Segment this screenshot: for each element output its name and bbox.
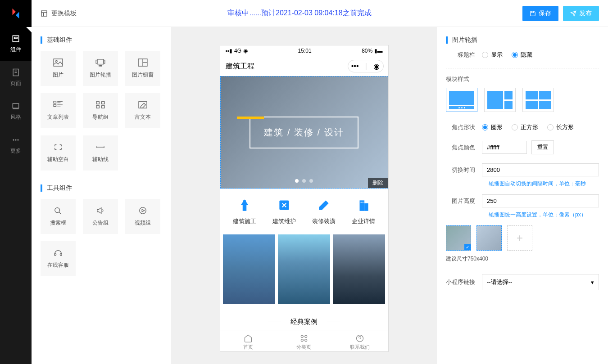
- battery-icon: ▮▬: [374, 48, 383, 54]
- switch-time-input[interactable]: [482, 163, 599, 176]
- properties-panel: 图片轮播 标题栏 显示 隐藏 模块样式 焦点形状: [437, 27, 608, 364]
- svg-rect-25: [54, 101, 56, 103]
- carousel-indicator: [295, 179, 313, 183]
- image-icon: [53, 58, 63, 67]
- svg-rect-5: [13, 103, 18, 108]
- style-option-1[interactable]: [446, 88, 477, 112]
- list-icon: [53, 101, 63, 109]
- nav-rail: 组件 页面 风格 更多: [0, 0, 32, 364]
- phone-title: 建筑工程: [226, 62, 254, 71]
- template-icon: [41, 10, 48, 17]
- delete-module-button[interactable]: 删除: [368, 178, 388, 188]
- comp-image[interactable]: 图片: [41, 51, 76, 86]
- props-title: 图片轮播: [446, 36, 599, 44]
- comp-search[interactable]: 搜索框: [41, 199, 76, 234]
- svg-point-8: [15, 139, 16, 140]
- svg-point-20: [100, 65, 101, 66]
- publish-icon: [570, 10, 576, 17]
- phone-status-bar: ▪▪▮ 4G ◉ 15:01 80% ▮▬: [220, 45, 388, 56]
- svg-rect-43: [60, 253, 62, 255]
- publish-button[interactable]: 发布: [563, 6, 599, 21]
- img-height-hint: 轮播图统一高度设置，单位：像素（px）: [489, 211, 599, 219]
- notice-icon: [95, 207, 105, 215]
- svg-rect-18: [104, 60, 105, 63]
- switch-template-button[interactable]: 更换模板: [41, 9, 77, 18]
- comp-blank[interactable]: 辅助空白: [41, 135, 76, 171]
- nav-more[interactable]: 更多: [0, 128, 32, 162]
- capsule-menu[interactable]: •••|◉: [348, 60, 384, 72]
- img-height-input[interactable]: [482, 194, 599, 207]
- svg-rect-13: [531, 11, 534, 13]
- carousel-icon: [95, 58, 105, 67]
- tab-category[interactable]: 分类页: [276, 334, 332, 351]
- tab-home[interactable]: 首页: [220, 334, 276, 351]
- save-icon: [530, 10, 536, 17]
- svg-rect-31: [96, 101, 99, 103]
- carousel-thumb-1[interactable]: ✓: [446, 225, 471, 251]
- comp-window[interactable]: 图片橱窗: [125, 51, 160, 86]
- svg-rect-33: [96, 105, 99, 108]
- module-style-label: 模块样式: [446, 75, 599, 83]
- svg-point-54: [357, 335, 363, 342]
- contact-icon: [355, 334, 364, 343]
- style-option-3[interactable]: [522, 88, 554, 112]
- phone-title-bar: 建筑工程 •••|◉: [220, 56, 388, 76]
- showcase-image: [333, 234, 385, 304]
- chevron-down-icon: ▾: [591, 279, 594, 286]
- link-label: 小程序链接: [446, 278, 482, 286]
- components-icon: [11, 34, 20, 43]
- category-icon: [299, 334, 309, 343]
- search-icon: [53, 207, 63, 215]
- navgroup-icon: [95, 101, 105, 109]
- comp-service[interactable]: 在线客服: [41, 241, 76, 276]
- radio-circle[interactable]: 圆形: [482, 123, 503, 131]
- link-select[interactable]: --请选择--▾: [482, 274, 599, 290]
- comp-carousel[interactable]: 图片轮播: [83, 51, 118, 86]
- image-row[interactable]: [220, 234, 388, 311]
- add-image-button[interactable]: +: [507, 225, 532, 251]
- svg-point-52: [301, 339, 303, 342]
- radio-show[interactable]: 显示: [482, 51, 503, 59]
- video-icon: [138, 207, 148, 215]
- svg-point-39: [55, 207, 60, 212]
- window-icon: [138, 58, 148, 67]
- nav-grid[interactable]: 建筑施工 建筑维护 装修装潢 企业详情: [220, 189, 388, 234]
- color-input[interactable]: [482, 141, 527, 154]
- style-icon: [11, 102, 20, 111]
- nav-components[interactable]: 组件: [0, 27, 32, 61]
- radio-rect[interactable]: 长方形: [547, 123, 574, 131]
- pages-icon: [11, 68, 20, 77]
- comp-nav-group[interactable]: 导航组: [83, 93, 118, 128]
- tools-section-title: 工具组件: [41, 184, 162, 192]
- radio-hide[interactable]: 隐藏: [512, 51, 532, 59]
- phone-time: 15:01: [298, 48, 312, 54]
- tab-contact[interactable]: 联系我们: [332, 334, 388, 351]
- logo: [0, 0, 32, 27]
- comp-rich-text[interactable]: 富文本: [125, 93, 160, 128]
- style-option-2[interactable]: [484, 88, 516, 112]
- svg-line-40: [59, 212, 61, 214]
- carousel-thumb-2[interactable]: [476, 225, 502, 251]
- carousel-module[interactable]: 建筑 / 装修 / 设计 删除: [220, 76, 388, 189]
- comp-video[interactable]: 视频组: [125, 199, 160, 234]
- nav-pages[interactable]: 页面: [0, 61, 32, 94]
- comp-notice[interactable]: 公告组: [83, 199, 118, 234]
- svg-rect-1: [14, 37, 18, 39]
- section-heading: 经典案例: [220, 311, 388, 331]
- svg-point-51: [305, 335, 307, 337]
- comp-line[interactable]: 辅助线: [83, 135, 118, 171]
- company-icon: [356, 198, 371, 213]
- svg-point-50: [301, 335, 303, 337]
- nav-style[interactable]: 风格: [0, 94, 32, 128]
- save-button[interactable]: 保存: [522, 6, 558, 21]
- line-icon: [95, 143, 105, 151]
- preview-area: ▪▪▮ 4G ◉ 15:01 80% ▮▬ 建筑工程 •••|◉ 建筑 / 装修…: [171, 27, 437, 364]
- reset-button[interactable]: 重置: [531, 140, 554, 154]
- richtext-icon: [138, 101, 148, 109]
- radio-square[interactable]: 正方形: [512, 123, 538, 131]
- dot-shape-label: 焦点形状: [446, 123, 482, 131]
- svg-point-7: [13, 139, 14, 140]
- svg-rect-46: [360, 200, 365, 211]
- header: 更换模板 审核中......预计2021-02-03 09:04:18之前完成 …: [32, 0, 608, 27]
- comp-article-list[interactable]: 文章列表: [41, 93, 76, 128]
